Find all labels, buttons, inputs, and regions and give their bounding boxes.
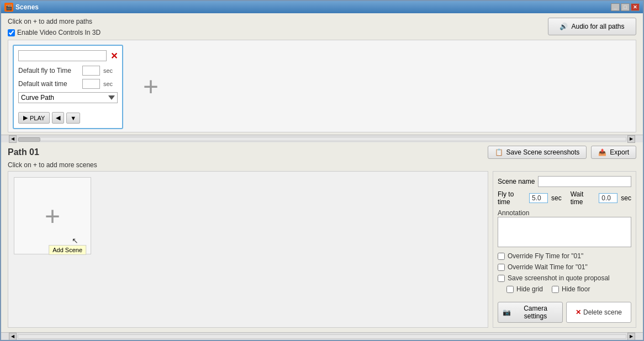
- hide-options-row: Hide grid Hide floor: [506, 285, 631, 293]
- hide-grid-label-wrap: Hide grid: [506, 285, 543, 293]
- hide-grid-label: Hide grid: [516, 285, 543, 293]
- play-label: PLAY: [30, 115, 45, 121]
- wait-unit: sec: [621, 194, 631, 202]
- add-scene-plus-icon: +: [45, 201, 60, 231]
- maximize-button[interactable]: □: [621, 3, 630, 11]
- paths-scrollbar[interactable]: ◀ ▶: [1, 135, 643, 142]
- add-scene-tooltip: Add Scene: [49, 245, 86, 255]
- bottom-header: Path 01 📋 Save Scene screenshots 📤 Expor…: [1, 142, 643, 161]
- override-fly-checkbox[interactable]: [498, 253, 505, 260]
- right-panel: Scene name 01 Fly to time 5.0 sec Wait t…: [493, 171, 636, 328]
- audio-btn-label: Audio for all paths: [571, 23, 624, 30]
- play-button[interactable]: ▶ PLAY: [18, 112, 50, 124]
- top-section: Click on + to add more paths Enable Vide…: [1, 13, 643, 40]
- fly-to-unit: sec: [551, 194, 562, 202]
- export-button[interactable]: 📤 Export: [591, 146, 636, 159]
- scene-name-row: Scene name 01: [498, 176, 631, 187]
- wait-label: Wait time: [571, 190, 596, 206]
- path-card-header: Path 01 ✕: [18, 50, 118, 61]
- step-forward-button[interactable]: ▼: [66, 113, 80, 124]
- scroll-bottom-left-arrow[interactable]: ◀: [9, 333, 17, 340]
- main-window: 🎬 Scenes _ □ ✕ Click on + to add more pa…: [0, 0, 644, 341]
- save-screenshot-label: Save screenshot in quote proposal: [508, 274, 610, 282]
- scroll-track: [18, 137, 626, 141]
- hide-floor-checkbox[interactable]: [552, 286, 559, 293]
- hide-floor-label-wrap: Hide floor: [552, 285, 590, 293]
- delete-scene-icon: ✕: [576, 308, 581, 316]
- delete-scene-button[interactable]: ✕ Delete scene: [566, 302, 631, 323]
- add-path-plus-icon: +: [143, 71, 159, 102]
- bottom-buttons: 📷 Camera settings ✕ Delete scene: [498, 302, 631, 323]
- path-card: Path 01 ✕ Default fly to Time 5 sec Defa…: [13, 45, 123, 129]
- override-fly-row: Override Fly Time for "01": [498, 252, 631, 260]
- override-wait-row: Override Wait Time for "01": [498, 263, 631, 271]
- override-fly-label: Override Fly Time for "01": [508, 252, 583, 260]
- fly-to-time-row-bottom: Fly to time 5.0 sec Wait time 0.0 sec: [498, 190, 631, 206]
- window-title: Scenes: [15, 3, 39, 11]
- save-screenshot-row: Save screenshot in quote proposal: [498, 274, 631, 282]
- play-icon: ▶: [23, 114, 28, 121]
- path-type-wrapper: Curve Path Linear Path: [18, 92, 118, 108]
- camera-btn-label: Camera settings: [513, 305, 558, 320]
- path-type-select[interactable]: Curve Path Linear Path: [18, 92, 118, 103]
- paths-panel: Path 01 ✕ Default fly to Time 5 sec Defa…: [8, 40, 636, 132]
- camera-settings-button[interactable]: 📷 Camera settings: [498, 302, 563, 323]
- title-bar-controls: _ □ ✕: [611, 3, 640, 11]
- content-area: Click on + to add more paths Enable Vide…: [1, 13, 643, 340]
- hide-floor-label: Hide floor: [562, 285, 590, 293]
- delete-path-icon: ✕: [110, 51, 118, 61]
- fly-to-time-unit: sec: [103, 67, 113, 74]
- hide-grid-checkbox[interactable]: [506, 286, 514, 293]
- override-wait-checkbox[interactable]: [498, 264, 505, 271]
- scroll-left-arrow[interactable]: ◀: [9, 135, 17, 143]
- current-path-title: Path 01: [8, 147, 39, 157]
- fly-to-time-label: Default fly to Time: [18, 67, 79, 74]
- wait-value: 0.0: [599, 193, 617, 203]
- audio-all-paths-button[interactable]: 🔊 Audio for all paths: [548, 18, 636, 35]
- scroll-thumb[interactable]: [18, 137, 40, 142]
- audio-icon: 🔊: [559, 23, 568, 30]
- override-wait-label: Override Wait Time for "01": [508, 263, 588, 271]
- delete-path-button[interactable]: ✕: [110, 50, 118, 61]
- path-name-input[interactable]: Path 01: [18, 50, 107, 61]
- scroll-bottom-right-arrow[interactable]: ▶: [627, 333, 635, 340]
- wait-time-unit: sec: [103, 81, 113, 87]
- title-bar: 🎬 Scenes _ □ ✕: [1, 1, 643, 13]
- save-screenshots-label: Save Scene screenshots: [506, 148, 580, 156]
- camera-icon: 📷: [503, 308, 511, 316]
- fly-to-label: Fly to time: [498, 190, 526, 206]
- cursor-indicator: ↖: [72, 236, 78, 245]
- save-screenshot-checkbox[interactable]: [498, 275, 505, 282]
- delete-scene-label: Delete scene: [583, 308, 622, 316]
- close-button[interactable]: ✕: [631, 3, 640, 11]
- export-label: Export: [610, 148, 629, 156]
- bottom-scroll-track: [18, 334, 626, 339]
- step-back-button[interactable]: ◀: [52, 112, 64, 124]
- save-screenshots-button[interactable]: 📋 Save Scene screenshots: [488, 146, 587, 159]
- wait-time-input[interactable]: 0: [82, 79, 100, 89]
- window-icon: 🎬: [4, 3, 13, 12]
- video-controls-text: Enable Video Controls In 3D: [17, 29, 101, 36]
- bottom-content: + ↖ Add Scene Scene name 01 Fly to time …: [1, 171, 643, 332]
- fly-to-time-row: Default fly to Time 5 sec: [18, 66, 118, 76]
- fly-to-time-input[interactable]: 5: [82, 66, 100, 76]
- minimize-button[interactable]: _: [611, 3, 620, 11]
- annotation-input[interactable]: [498, 217, 631, 247]
- add-path-button[interactable]: +: [129, 45, 173, 127]
- top-left: Click on + to add more paths Enable Vide…: [8, 18, 101, 36]
- bottom-scrollbar[interactable]: ◀ ▶: [1, 332, 643, 340]
- add-scenes-hint: Click on + to add more scenes: [1, 161, 643, 171]
- bottom-section: Path 01 📋 Save Scene screenshots 📤 Expor…: [1, 142, 643, 332]
- save-screenshots-icon: 📋: [495, 148, 503, 156]
- bottom-actions: 📋 Save Scene screenshots 📤 Export: [488, 146, 636, 159]
- scene-name-input[interactable]: 01: [538, 176, 631, 187]
- scenes-area: + ↖ Add Scene: [8, 171, 488, 328]
- scene-name-label: Scene name: [498, 178, 535, 185]
- fly-to-value: 5.0: [529, 193, 548, 203]
- add-scene-card[interactable]: + ↖ Add Scene: [14, 177, 91, 254]
- add-paths-hint: Click on + to add more paths: [8, 18, 101, 25]
- scroll-right-arrow[interactable]: ▶: [627, 135, 635, 143]
- wait-time-label: Default wait time: [18, 80, 79, 88]
- wait-time-row: Default wait time 0 sec: [18, 79, 118, 89]
- video-controls-checkbox[interactable]: [8, 29, 15, 36]
